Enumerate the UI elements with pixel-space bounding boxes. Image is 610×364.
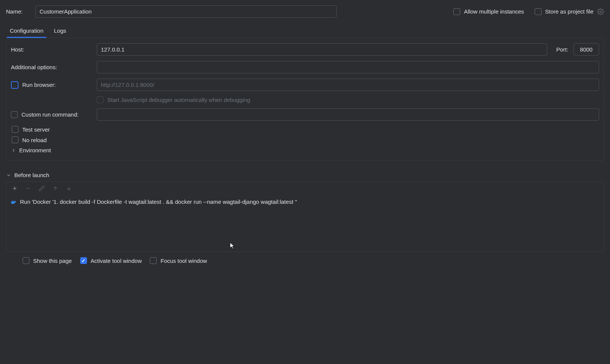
move-up-icon — [52, 185, 58, 191]
run-browser-label: Run browser: — [22, 82, 56, 88]
environment-label: Environment — [19, 147, 51, 153]
tab-logs[interactable]: Logs — [54, 24, 66, 38]
custom-run-input — [97, 108, 599, 121]
before-launch-header[interactable]: Before launch — [6, 172, 604, 178]
store-as-project-label: Store as project file — [545, 8, 593, 15]
chevron-right-icon — [11, 148, 16, 153]
svg-point-0 — [600, 11, 602, 12]
docker-icon — [10, 198, 17, 205]
move-down-icon — [66, 185, 72, 191]
show-this-page-label: Show this page — [33, 258, 72, 264]
add-icon[interactable] — [12, 185, 18, 191]
before-launch-title: Before launch — [14, 172, 49, 178]
activate-tool-window-label: Activate tool window — [91, 258, 142, 264]
gear-icon[interactable] — [597, 8, 604, 15]
run-browser-checkbox[interactable] — [11, 81, 18, 89]
additional-options-input[interactable] — [97, 61, 599, 73]
store-as-project-checkbox[interactable] — [535, 8, 541, 15]
chevron-down-icon — [6, 173, 11, 178]
activate-tool-window-checkbox[interactable] — [80, 257, 87, 264]
start-js-debugger-label: Start JavaScript debugger automatically … — [107, 97, 250, 103]
name-input[interactable] — [35, 5, 337, 18]
no-reload-checkbox[interactable] — [12, 136, 18, 143]
allow-multiple-checkbox[interactable] — [453, 8, 460, 15]
remove-icon — [25, 185, 31, 191]
host-input[interactable] — [97, 43, 547, 56]
test-server-checkbox[interactable] — [12, 126, 18, 133]
port-input[interactable] — [573, 43, 599, 56]
name-label: Name: — [6, 8, 30, 15]
allow-multiple-label: Allow multiple instances — [464, 8, 524, 15]
tab-configuration[interactable]: Configuration — [10, 24, 43, 38]
focus-tool-window-checkbox[interactable] — [150, 257, 157, 264]
show-this-page-checkbox[interactable] — [23, 257, 29, 264]
edit-icon — [39, 185, 45, 191]
run-browser-input — [97, 79, 599, 91]
before-launch-task-text: Run 'Docker '1. docker build -f Dockerfi… — [20, 199, 297, 205]
test-server-label: Test server — [22, 126, 50, 133]
custom-run-label: Custom run command: — [21, 111, 79, 118]
before-launch-task[interactable]: Run 'Docker '1. docker build -f Dockerfi… — [6, 197, 604, 206]
start-js-debugger-checkbox — [97, 96, 104, 103]
environment-section[interactable]: Environment — [11, 147, 599, 153]
custom-run-checkbox[interactable] — [11, 111, 18, 118]
host-label: Host: — [11, 46, 92, 53]
port-label: Port: — [556, 46, 568, 53]
focus-tool-window-label: Focus tool window — [160, 258, 207, 264]
no-reload-label: No reload — [22, 137, 47, 143]
additional-options-label: Additional options: — [11, 64, 92, 70]
